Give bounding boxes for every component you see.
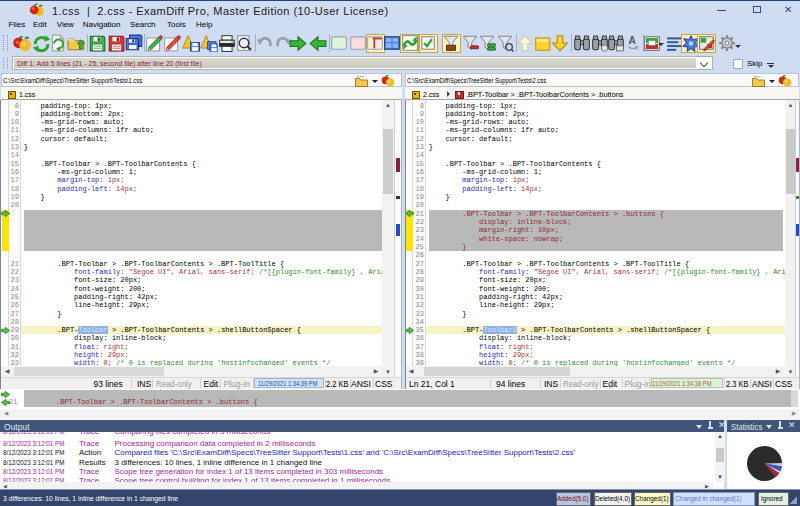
- svg-text:a: a: [635, 44, 639, 51]
